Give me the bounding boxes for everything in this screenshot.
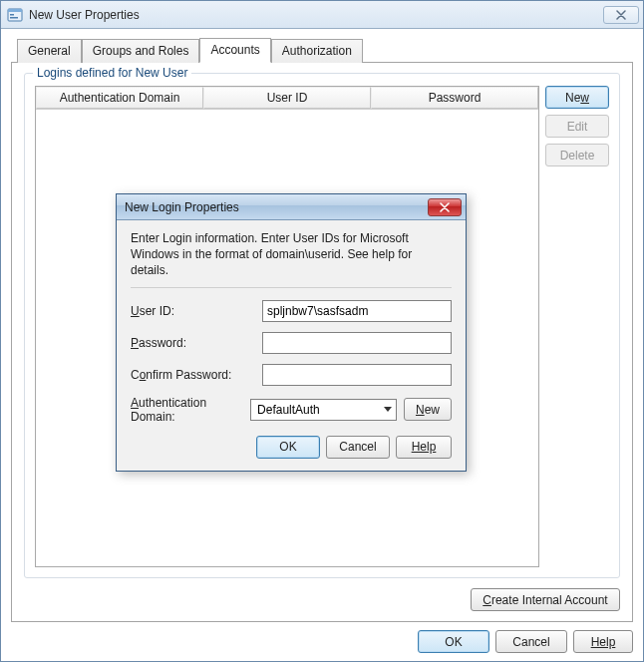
col-auth-domain[interactable]: Authentication Domain	[36, 87, 203, 109]
modal-title: New Login Properties	[125, 200, 428, 214]
edit-login-button: Edit	[545, 115, 609, 138]
modal-instruction: Enter Login information. Enter User IDs …	[131, 230, 452, 279]
svg-rect-1	[8, 9, 22, 12]
new-login-button[interactable]: New	[545, 86, 609, 109]
tab-groups-roles[interactable]: Groups and Roles	[82, 39, 200, 63]
password-field[interactable]	[262, 332, 452, 354]
side-button-column: New Edit Delete	[545, 86, 609, 567]
modal-ok-button[interactable]: OK	[256, 436, 320, 459]
col-password[interactable]: Password	[371, 87, 538, 109]
app-icon	[7, 7, 23, 23]
cancel-button[interactable]: Cancel	[495, 630, 567, 653]
create-internal-account-button[interactable]: Create Internal Account	[471, 588, 620, 611]
groupbox-legend: Logins defined for New User	[33, 66, 191, 80]
auth-domain-value: DefaultAuth	[257, 403, 320, 417]
window-close-button[interactable]	[603, 6, 639, 24]
close-icon	[615, 10, 627, 20]
row-password: Password:	[131, 332, 452, 354]
window-title: New User Properties	[29, 8, 603, 22]
delete-login-button: Delete	[545, 144, 609, 166]
titlebar: New User Properties	[1, 1, 643, 29]
new-user-properties-window: New User Properties General Groups and R…	[0, 0, 644, 662]
chevron-down-icon	[384, 407, 392, 412]
label-password: Password:	[131, 336, 262, 350]
close-icon	[439, 202, 451, 212]
auth-domain-select[interactable]: DefaultAuth	[250, 399, 397, 421]
table-header: Authentication Domain User ID Password	[36, 87, 538, 110]
row-auth-domain: Authentication Domain: DefaultAuth New	[131, 396, 452, 424]
col-user-id[interactable]: User ID	[203, 87, 371, 109]
divider	[131, 287, 452, 288]
label-confirm-password: Confirm Password:	[131, 368, 262, 382]
tab-general[interactable]: General	[17, 39, 82, 63]
modal-body: Enter Login information. Enter User IDs …	[117, 220, 466, 471]
svg-rect-3	[10, 17, 18, 19]
tab-authorization[interactable]: Authorization	[271, 39, 363, 63]
row-user-id: User ID:	[131, 300, 452, 322]
help-button[interactable]: Help	[573, 630, 633, 653]
dialog-footer: OK Cancel Help	[11, 622, 633, 653]
row-confirm-password: Confirm Password:	[131, 364, 452, 386]
new-auth-domain-button[interactable]: New	[404, 398, 452, 421]
label-auth-domain: Authentication Domain:	[131, 396, 250, 424]
new-login-properties-dialog: New Login Properties Enter Login informa…	[116, 193, 467, 472]
modal-titlebar: New Login Properties	[117, 194, 466, 220]
modal-close-button[interactable]	[428, 198, 462, 216]
tabstrip: General Groups and Roles Accounts Author…	[17, 37, 633, 62]
modal-footer: OK Cancel Help	[131, 436, 452, 459]
user-id-field[interactable]	[262, 300, 452, 322]
confirm-password-field[interactable]	[262, 364, 452, 386]
ok-button[interactable]: OK	[418, 630, 489, 653]
bottom-row: Create Internal Account	[24, 588, 620, 611]
modal-help-button[interactable]: Help	[396, 436, 452, 459]
label-user-id: User ID:	[131, 304, 262, 318]
tab-accounts[interactable]: Accounts	[199, 38, 270, 63]
svg-rect-2	[10, 14, 14, 16]
modal-cancel-button[interactable]: Cancel	[326, 436, 390, 459]
